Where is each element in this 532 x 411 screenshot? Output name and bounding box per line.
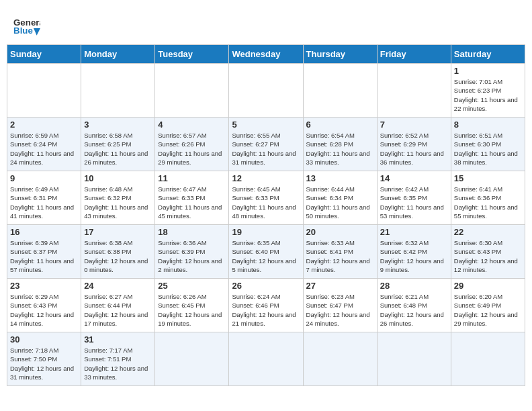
day-cell: 21Sunrise: 6:32 AM Sunset: 6:42 PM Dayli… — [377, 225, 451, 279]
day-info: Sunrise: 6:48 AM Sunset: 6:32 PM Dayligh… — [84, 185, 152, 220]
day-number: 28 — [380, 281, 448, 291]
day-number: 13 — [306, 173, 374, 183]
day-cell: 11Sunrise: 6:47 AM Sunset: 6:33 PM Dayli… — [155, 171, 229, 225]
day-cell: 5Sunrise: 6:55 AM Sunset: 6:27 PM Daylig… — [229, 118, 303, 171]
day-cell: 13Sunrise: 6:44 AM Sunset: 6:34 PM Dayli… — [303, 171, 377, 225]
day-number: 4 — [158, 120, 226, 130]
day-cell: 19Sunrise: 6:35 AM Sunset: 6:40 PM Dayli… — [229, 225, 303, 279]
day-number: 27 — [306, 281, 374, 291]
day-info: Sunrise: 6:39 AM Sunset: 6:37 PM Dayligh… — [10, 238, 78, 274]
day-number: 19 — [232, 227, 300, 237]
day-number: 12 — [232, 173, 300, 183]
day-cell: 8Sunrise: 6:51 AM Sunset: 6:30 PM Daylig… — [451, 118, 525, 171]
day-cell: 24Sunrise: 6:27 AM Sunset: 6:44 PM Dayli… — [81, 279, 155, 332]
day-info: Sunrise: 6:41 AM Sunset: 6:36 PM Dayligh… — [454, 185, 522, 220]
day-number: 29 — [454, 281, 522, 291]
day-number: 20 — [306, 227, 374, 237]
day-cell: 25Sunrise: 6:26 AM Sunset: 6:45 PM Dayli… — [155, 279, 229, 332]
day-header-friday: Friday — [377, 45, 451, 64]
day-number: 18 — [158, 227, 226, 237]
day-number: 23 — [10, 281, 78, 291]
generalblue-logo-icon: General Blue — [13, 13, 40, 40]
day-info: Sunrise: 7:18 AM Sunset: 7:50 PM Dayligh… — [10, 346, 78, 381]
day-cell: 6Sunrise: 6:54 AM Sunset: 6:28 PM Daylig… — [303, 118, 377, 171]
day-info: Sunrise: 6:26 AM Sunset: 6:45 PM Dayligh… — [158, 292, 226, 328]
day-cell: 2Sunrise: 6:59 AM Sunset: 6:24 PM Daylig… — [7, 118, 81, 171]
day-number: 21 — [380, 227, 448, 237]
day-number: 3 — [84, 120, 152, 130]
day-info: Sunrise: 6:59 AM Sunset: 6:24 PM Dayligh… — [10, 131, 78, 167]
day-header-wednesday: Wednesday — [229, 45, 303, 64]
day-info: Sunrise: 6:45 AM Sunset: 6:33 PM Dayligh… — [232, 185, 300, 220]
day-info: Sunrise: 6:51 AM Sunset: 6:30 PM Dayligh… — [454, 131, 522, 167]
week-row-3: 16Sunrise: 6:39 AM Sunset: 6:37 PM Dayli… — [7, 225, 525, 279]
day-info: Sunrise: 6:32 AM Sunset: 6:42 PM Dayligh… — [380, 238, 448, 274]
day-cell: 9Sunrise: 6:49 AM Sunset: 6:31 PM Daylig… — [7, 171, 81, 225]
day-cell: 28Sunrise: 6:21 AM Sunset: 6:48 PM Dayli… — [377, 279, 451, 332]
day-info: Sunrise: 7:17 AM Sunset: 7:51 PM Dayligh… — [84, 346, 152, 381]
day-cell: 3Sunrise: 6:58 AM Sunset: 6:25 PM Daylig… — [81, 118, 155, 171]
day-info: Sunrise: 6:36 AM Sunset: 6:39 PM Dayligh… — [158, 238, 226, 274]
day-number: 24 — [84, 281, 152, 291]
svg-marker-2 — [34, 28, 40, 36]
day-number: 2 — [10, 120, 78, 130]
day-number: 25 — [158, 281, 226, 291]
day-number: 26 — [232, 281, 300, 291]
day-cell: 14Sunrise: 6:42 AM Sunset: 6:35 PM Dayli… — [377, 171, 451, 225]
day-cell: 29Sunrise: 6:20 AM Sunset: 6:49 PM Dayli… — [451, 279, 525, 332]
day-number: 10 — [84, 173, 152, 183]
day-header-thursday: Thursday — [303, 45, 377, 64]
day-info: Sunrise: 6:57 AM Sunset: 6:26 PM Dayligh… — [158, 131, 226, 167]
day-number: 14 — [380, 173, 448, 183]
day-cell: 27Sunrise: 6:23 AM Sunset: 6:47 PM Dayli… — [303, 279, 377, 332]
day-info: Sunrise: 6:52 AM Sunset: 6:29 PM Dayligh… — [380, 131, 448, 167]
day-number: 17 — [84, 227, 152, 237]
day-info: Sunrise: 6:30 AM Sunset: 6:43 PM Dayligh… — [454, 238, 522, 274]
day-cell: 15Sunrise: 6:41 AM Sunset: 6:36 PM Dayli… — [451, 171, 525, 225]
day-cell: 16Sunrise: 6:39 AM Sunset: 6:37 PM Dayli… — [7, 225, 81, 279]
day-cell — [229, 332, 303, 386]
day-number: 5 — [232, 120, 300, 130]
day-cell — [155, 332, 229, 386]
day-cell — [155, 64, 229, 118]
day-info: Sunrise: 6:54 AM Sunset: 6:28 PM Dayligh… — [306, 131, 374, 167]
day-cell: 12Sunrise: 6:45 AM Sunset: 6:33 PM Dayli… — [229, 171, 303, 225]
logo-area: General Blue — [13, 13, 40, 40]
day-number: 1 — [454, 66, 522, 76]
day-cell — [303, 64, 377, 118]
header: General Blue — [7, 7, 525, 44]
week-row-4: 23Sunrise: 6:29 AM Sunset: 6:43 PM Dayli… — [7, 279, 525, 332]
day-info: Sunrise: 6:33 AM Sunset: 6:41 PM Dayligh… — [306, 238, 374, 274]
day-number: 8 — [454, 120, 522, 130]
day-header-tuesday: Tuesday — [155, 45, 229, 64]
day-info: Sunrise: 6:38 AM Sunset: 6:38 PM Dayligh… — [84, 238, 152, 274]
day-cell — [377, 332, 451, 386]
day-number: 7 — [380, 120, 448, 130]
day-cell — [81, 64, 155, 118]
day-info: Sunrise: 6:58 AM Sunset: 6:25 PM Dayligh… — [84, 131, 152, 167]
day-info: Sunrise: 6:44 AM Sunset: 6:34 PM Dayligh… — [306, 185, 374, 220]
day-cell: 22Sunrise: 6:30 AM Sunset: 6:43 PM Dayli… — [451, 225, 525, 279]
day-cell: 23Sunrise: 6:29 AM Sunset: 6:43 PM Dayli… — [7, 279, 81, 332]
day-cell: 4Sunrise: 6:57 AM Sunset: 6:26 PM Daylig… — [155, 118, 229, 171]
day-cell: 17Sunrise: 6:38 AM Sunset: 6:38 PM Dayli… — [81, 225, 155, 279]
day-info: Sunrise: 6:35 AM Sunset: 6:40 PM Dayligh… — [232, 238, 300, 274]
week-row-0: 1Sunrise: 7:01 AM Sunset: 6:23 PM Daylig… — [7, 64, 525, 118]
day-cell: 30Sunrise: 7:18 AM Sunset: 7:50 PM Dayli… — [7, 332, 81, 386]
day-header-monday: Monday — [81, 45, 155, 64]
week-row-1: 2Sunrise: 6:59 AM Sunset: 6:24 PM Daylig… — [7, 118, 525, 171]
day-number: 22 — [454, 227, 522, 237]
day-number: 11 — [158, 173, 226, 183]
days-header-row: SundayMondayTuesdayWednesdayThursdayFrid… — [7, 45, 525, 64]
day-header-sunday: Sunday — [7, 45, 81, 64]
day-cell: 26Sunrise: 6:24 AM Sunset: 6:46 PM Dayli… — [229, 279, 303, 332]
day-info: Sunrise: 7:01 AM Sunset: 6:23 PM Dayligh… — [454, 77, 522, 113]
week-row-2: 9Sunrise: 6:49 AM Sunset: 6:31 PM Daylig… — [7, 171, 525, 225]
day-cell — [7, 64, 81, 118]
day-info: Sunrise: 6:29 AM Sunset: 6:43 PM Dayligh… — [10, 292, 78, 328]
day-cell: 10Sunrise: 6:48 AM Sunset: 6:32 PM Dayli… — [81, 171, 155, 225]
day-info: Sunrise: 6:42 AM Sunset: 6:35 PM Dayligh… — [380, 185, 448, 220]
day-cell: 31Sunrise: 7:17 AM Sunset: 7:51 PM Dayli… — [81, 332, 155, 386]
day-number: 6 — [306, 120, 374, 130]
day-info: Sunrise: 6:21 AM Sunset: 6:48 PM Dayligh… — [380, 292, 448, 328]
